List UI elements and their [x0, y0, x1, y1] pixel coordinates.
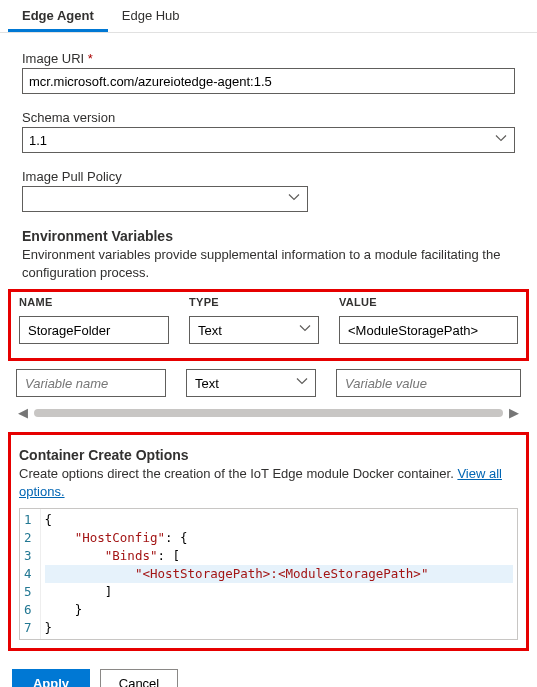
code-lines[interactable]: { "HostConfig": { "Binds": [ "<HostStora… — [41, 509, 517, 639]
env-header-name: NAME — [19, 296, 169, 308]
cancel-button[interactable]: Cancel — [100, 669, 178, 687]
schema-version-label: Schema version — [22, 110, 515, 125]
field-schema-version: Schema version — [22, 110, 515, 153]
required-asterisk: * — [88, 51, 93, 66]
env-vars-title: Environment Variables — [22, 228, 515, 244]
schema-version-select[interactable] — [22, 127, 515, 153]
env-header-type: TYPE — [189, 296, 319, 308]
pull-policy-label: Image Pull Policy — [22, 169, 515, 184]
env-name-input[interactable] — [19, 316, 169, 344]
apply-button[interactable]: Apply — [12, 669, 90, 687]
image-uri-label: Image URI * — [22, 51, 515, 66]
env-vars-highlight: NAME TYPE VALUE — [8, 289, 529, 361]
cco-highlight: Container Create Options Create options … — [8, 432, 529, 651]
env-header-value: VALUE — [339, 296, 518, 308]
pull-policy-select[interactable] — [22, 186, 308, 212]
env-vars-area: NAME TYPE VALUE — [8, 289, 529, 420]
field-image-uri: Image URI * — [22, 51, 515, 94]
env-value-input[interactable] — [339, 316, 518, 344]
schema-version-select-wrap — [22, 127, 515, 153]
code-editor[interactable]: 1234567 { "HostConfig": { "Binds": [ "<H… — [19, 508, 518, 640]
cco-desc-text: Create options direct the creation of th… — [19, 466, 457, 481]
scroll-track[interactable] — [34, 409, 503, 417]
image-uri-label-text: Image URI — [22, 51, 84, 66]
cco-title: Container Create Options — [19, 447, 518, 463]
pull-policy-select-wrap — [22, 186, 308, 212]
env-name-input-new[interactable] — [16, 369, 166, 397]
code-gutter: 1234567 — [20, 509, 41, 639]
env-vars-desc: Environment variables provide supplement… — [22, 246, 515, 281]
env-row-new — [8, 369, 529, 397]
env-row — [11, 316, 526, 344]
image-uri-input[interactable] — [22, 68, 515, 94]
env-scrollbar: ◀ ▶ — [8, 405, 529, 420]
env-value-input-new[interactable] — [336, 369, 521, 397]
form-area: Image URI * Schema version Image Pull Po… — [0, 33, 537, 281]
scroll-right-icon[interactable]: ▶ — [507, 405, 521, 420]
tabs-bar: Edge Agent Edge Hub — [0, 0, 537, 33]
scroll-left-icon[interactable]: ◀ — [16, 405, 30, 420]
env-header-row: NAME TYPE VALUE — [11, 296, 526, 308]
env-type-select-new[interactable] — [186, 369, 316, 397]
env-type-select[interactable] — [189, 316, 319, 344]
field-pull-policy: Image Pull Policy — [22, 169, 515, 212]
footer-buttons: Apply Cancel — [0, 667, 537, 687]
tab-edge-agent[interactable]: Edge Agent — [8, 0, 108, 32]
tab-edge-hub[interactable]: Edge Hub — [108, 0, 194, 32]
cco-desc: Create options direct the creation of th… — [19, 465, 518, 500]
